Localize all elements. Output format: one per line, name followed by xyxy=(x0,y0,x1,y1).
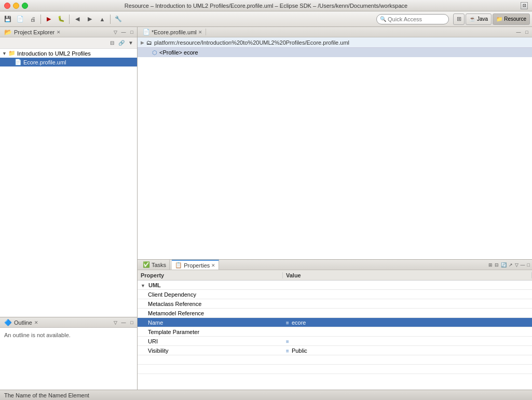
outline-tab-icon: 🔷 xyxy=(4,319,12,326)
project-tree-item[interactable]: ▼ 📁 Introduction to UML2 Profiles xyxy=(0,49,137,58)
prop-header-row: Property Value xyxy=(138,270,532,281)
bottom-panel: ✅ Tasks 📋 Properties ✕ ⊞ ⊟ 🔄 ↗ ▽ — □ xyxy=(138,260,532,390)
outline-tab[interactable]: 🔷 Outline ✕ xyxy=(2,319,40,326)
prev-button[interactable]: ◀ xyxy=(72,14,83,25)
editor-tab-close[interactable]: ✕ xyxy=(198,30,202,35)
perspective-switcher: ⊞ ☕ Java 📁 Resource xyxy=(453,14,530,25)
prop-col-header: Property xyxy=(138,272,283,278)
link-editor-btn[interactable]: 🔗 xyxy=(117,39,126,47)
bottom-tab-controls: ⊞ ⊟ 🔄 ↗ ▽ — □ xyxy=(488,262,530,268)
properties-tab[interactable]: 📋 Properties ✕ xyxy=(172,260,219,270)
editor-content: ▶ 🗂 platform:/resource/Introduction%20to… xyxy=(138,37,532,259)
prop-row-client-dep[interactable]: Client Dependency xyxy=(138,290,532,299)
properties-close-icon[interactable]: ✕ xyxy=(211,263,215,268)
prop-row-template[interactable]: Template Parameter xyxy=(138,327,532,337)
properties-table: Property Value ▼ UML Client Dependency xyxy=(138,270,532,390)
explorer-maximize[interactable]: □ xyxy=(129,29,135,35)
left-panel: 📂 Project Explorer ✕ ▽ — □ ⊟ 🔗 ▼ ▼ 📁 Int… xyxy=(0,27,138,390)
visibility-value-icon: ≡ xyxy=(286,348,289,354)
new-button[interactable]: 💾 xyxy=(2,14,13,25)
print-button[interactable]: 🖨 xyxy=(27,14,38,25)
sep3 xyxy=(110,15,111,24)
editor-minimize[interactable]: — xyxy=(515,29,522,35)
next-button[interactable]: ▶ xyxy=(84,14,96,25)
center-panel: 📄 *Ecore.profile.uml ✕ — □ ▶ 🗂 platform:… xyxy=(138,27,532,390)
prop-row-visibility[interactable]: Visibility ≡ Public xyxy=(138,346,532,355)
bottom-tab-bar: ✅ Tasks 📋 Properties ✕ ⊞ ⊟ 🔄 ↗ ▽ — □ xyxy=(138,260,532,270)
uml-file-icon: 📄 xyxy=(15,59,22,65)
search-input[interactable] xyxy=(388,16,440,22)
prop-row-name[interactable]: Name ≡ ecore xyxy=(138,318,532,327)
props-minimize2[interactable]: — xyxy=(521,262,525,268)
project-explorer-tab[interactable]: 📂 Project Explorer ✕ xyxy=(2,29,63,36)
save-button[interactable]: 📄 xyxy=(15,14,26,25)
editor-tab[interactable]: 📄 *Ecore.profile.uml ✕ xyxy=(140,29,206,35)
name-value-icon: ≡ xyxy=(286,320,289,326)
outline-maximize[interactable]: □ xyxy=(129,319,135,326)
quick-access-search[interactable]: 🔍 xyxy=(376,14,449,24)
props-btn4[interactable]: ↗ xyxy=(509,262,513,268)
collapse-all-btn[interactable]: ⊟ xyxy=(108,39,116,47)
explorer-minimize2[interactable]: — xyxy=(120,29,127,35)
outline-minimize[interactable]: ▽ xyxy=(112,319,118,326)
prop-client-dep-label: Client Dependency xyxy=(138,290,283,299)
project-explorer-content: ▼ 📁 Introduction to UML2 Profiles 📄 Ecor… xyxy=(0,49,137,317)
file-tree-item[interactable]: 📄 Ecore.profile.uml xyxy=(0,58,137,66)
close-button[interactable] xyxy=(4,3,10,9)
editor-tab-label: *Ecore.profile.uml xyxy=(152,29,197,35)
props-btn2[interactable]: ⊟ xyxy=(495,262,499,268)
perspective-resource[interactable]: 📁 Resource xyxy=(493,14,530,25)
main-area: 📂 Project Explorer ✕ ▽ — □ ⊟ 🔗 ▼ ▼ 📁 Int… xyxy=(0,27,532,390)
outline-content: An outline is not available. xyxy=(0,328,137,390)
explorer-minimize[interactable]: ▽ xyxy=(112,29,118,35)
java-icon: ☕ xyxy=(469,16,475,22)
minimize-button[interactable] xyxy=(13,3,19,9)
up-button[interactable]: ▲ xyxy=(97,14,108,25)
resize-btn[interactable]: ⊡ xyxy=(521,2,528,9)
props-btn1[interactable]: ⊞ xyxy=(488,262,493,268)
profile-icon: ⬡ xyxy=(152,49,157,56)
props-minimize[interactable]: ▽ xyxy=(515,262,519,268)
tree-expand-arrow: ▼ xyxy=(2,51,8,56)
explorer-toolbar: ⊟ 🔗 ▼ xyxy=(0,37,137,49)
prop-row-metamodel[interactable]: Metamodel Reference xyxy=(138,309,532,318)
search-icon: 🔍 xyxy=(380,16,386,22)
prop-empty-row-2 xyxy=(138,365,532,374)
sep2 xyxy=(69,15,70,24)
prop-row-metaclass[interactable]: Metaclass Reference xyxy=(138,299,532,309)
outline-panel-controls: ▽ — □ xyxy=(112,319,135,326)
outline-close-icon[interactable]: ✕ xyxy=(34,320,38,325)
prop-template-value xyxy=(283,331,532,333)
props-maximize[interactable]: □ xyxy=(527,262,530,268)
prop-metamodel-label: Metamodel Reference xyxy=(138,309,283,317)
open-perspectives-btn[interactable]: ⊞ xyxy=(453,14,465,25)
editor-maximize[interactable]: □ xyxy=(524,29,530,35)
run-button[interactable]: ▶ xyxy=(43,14,54,25)
main-toolbar: 💾 📄 🖨 ▶ 🐛 ◀ ▶ ▲ 🔧 🔍 ⊞ ☕ Java 📁 Resource xyxy=(0,11,532,27)
props-btn3[interactable]: 🔄 xyxy=(501,262,507,268)
explorer-close-icon[interactable]: ✕ xyxy=(57,30,61,35)
prop-category-row[interactable]: ▼ UML xyxy=(138,281,532,290)
uri-expand-arrow: ▶ xyxy=(141,40,144,45)
debug-button[interactable]: 🐛 xyxy=(56,14,67,25)
tasks-tab[interactable]: ✅ Tasks xyxy=(140,260,170,270)
prop-metaclass-label: Metaclass Reference xyxy=(138,300,283,308)
prop-row-uri[interactable]: URI ≡ xyxy=(138,337,532,346)
uri-value-icon: ≡ xyxy=(286,339,289,344)
maximize-button[interactable] xyxy=(22,3,28,9)
category-arrow: ▼ xyxy=(141,283,145,288)
editor-tree-row[interactable]: ⬡ <Profile> ecore xyxy=(138,48,532,57)
editor-area: 📄 *Ecore.profile.uml ✕ — □ ▶ 🗂 platform:… xyxy=(138,27,532,260)
perspective-java[interactable]: ☕ Java xyxy=(466,14,492,25)
tools-button[interactable]: 🔧 xyxy=(113,14,124,25)
tasks-icon: ✅ xyxy=(143,261,150,268)
uri-text: platform:/resource/Introduction%20to%20U… xyxy=(154,39,349,46)
prop-empty-row-1 xyxy=(138,355,532,365)
outline-panel: 🔷 Outline ✕ ▽ — □ An outline is not avai… xyxy=(0,317,137,390)
outline-minimize2[interactable]: — xyxy=(120,319,127,326)
explorer-menu-btn[interactable]: ▼ xyxy=(127,39,135,47)
outline-header: 🔷 Outline ✕ ▽ — □ xyxy=(0,317,137,328)
prop-metaclass-value xyxy=(283,303,532,305)
prop-metamodel-value xyxy=(283,312,532,314)
prop-category-cell: ▼ UML xyxy=(138,281,283,289)
